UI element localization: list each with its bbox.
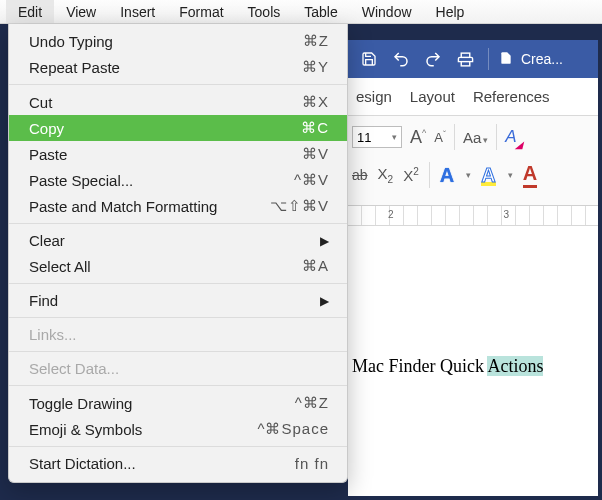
menu-item-shortcut: ⌘Y (302, 58, 329, 76)
menu-item-label: Paste and Match Formatting (29, 198, 217, 215)
text-run: Mac Finder Quick (352, 356, 487, 376)
menu-item-label: Links... (29, 326, 77, 343)
chevron-down-icon: ▾ (392, 132, 397, 142)
menu-item-shortcut: ⌘Z (303, 32, 329, 50)
toolbar-divider (488, 48, 489, 70)
menu-separator (9, 283, 347, 284)
menu-item-copy[interactable]: Copy⌘C (9, 115, 347, 141)
horizontal-ruler: 2 3 (348, 206, 598, 226)
ribbon-tabs: esign Layout References (348, 78, 598, 116)
menu-item-cut[interactable]: Cut⌘X (9, 89, 347, 115)
menu-item-shortcut: ⌘C (301, 119, 329, 137)
menubar-item-window[interactable]: Window (350, 0, 424, 23)
document-page[interactable]: Mac Finder Quick Actions (348, 226, 598, 496)
menubar-item-insert[interactable]: Insert (108, 0, 167, 23)
text-selection: Actions (487, 356, 543, 376)
menu-item-shortcut: ⌘V (302, 145, 329, 163)
menu-item-paste-special[interactable]: Paste Special...^⌘V (9, 167, 347, 193)
menu-item-label: Cut (29, 94, 52, 111)
subscript-button[interactable]: X2 (378, 165, 394, 185)
menu-item-label: Emoji & Symbols (29, 421, 142, 438)
menu-item-shortcut: ^⌘V (294, 171, 329, 189)
save-icon[interactable] (356, 46, 382, 72)
menu-separator (9, 84, 347, 85)
menu-separator (9, 385, 347, 386)
menubar-item-help[interactable]: Help (424, 0, 477, 23)
menubar-item-view[interactable]: View (54, 0, 108, 23)
menu-item-label: Toggle Drawing (29, 395, 132, 412)
menu-separator (9, 446, 347, 447)
menu-item-shortcut: ⌘X (302, 93, 329, 111)
menu-item-shortcut: ^⌘Z (295, 394, 329, 412)
tab-references[interactable]: References (473, 88, 550, 105)
menu-item-repeat-paste[interactable]: Repeat Paste⌘Y (9, 54, 347, 80)
menu-item-label: Find (29, 292, 58, 309)
menu-item-label: Select Data... (29, 360, 119, 377)
menu-item-label: Paste (29, 146, 67, 163)
font-color-button[interactable]: A (523, 162, 537, 188)
ribbon-separator (429, 162, 430, 188)
menu-separator (9, 223, 347, 224)
menu-separator (9, 317, 347, 318)
menu-item-shortcut: fn fn (295, 455, 329, 472)
highlight-color-button[interactable]: A (481, 164, 495, 187)
undo-icon[interactable] (388, 46, 414, 72)
menu-item-clear[interactable]: Clear▶ (9, 228, 347, 253)
print-icon[interactable] (452, 46, 478, 72)
menu-item-select-all[interactable]: Select All⌘A (9, 253, 347, 279)
document-icon (499, 50, 513, 69)
ruler-mark: 2 (388, 209, 394, 220)
svg-rect-0 (461, 53, 470, 57)
menubar-item-table[interactable]: Table (292, 0, 349, 23)
shrink-font-button[interactable]: Aˇ (434, 129, 446, 145)
strike-abc-button[interactable]: ab (352, 167, 368, 183)
clear-formatting-button[interactable]: A◢ (505, 127, 516, 147)
tab-design[interactable]: esign (356, 88, 392, 105)
menu-item-start-dictation[interactable]: Start Dictation...fn fn (9, 451, 347, 476)
menu-item-links: Links... (9, 322, 347, 347)
quick-access-toolbar: Crea... (348, 40, 598, 78)
mac-menubar: EditViewInsertFormatToolsTableWindowHelp (0, 0, 602, 24)
menu-item-label: Undo Typing (29, 33, 113, 50)
menu-item-paste[interactable]: Paste⌘V (9, 141, 347, 167)
document-text[interactable]: Mac Finder Quick Actions (352, 356, 543, 377)
ruler-ticks (348, 206, 598, 225)
menubar-item-format[interactable]: Format (167, 0, 235, 23)
ruler-mark: 3 (504, 209, 510, 220)
submenu-arrow-icon: ▶ (320, 294, 329, 308)
menu-item-label: Repeat Paste (29, 59, 120, 76)
ribbon-body: 11 ▾ A^ Aˇ Aa▾ A◢ ab X2 X2 A▾ A▾ A (348, 116, 598, 206)
text-effects-button[interactable]: A (440, 164, 454, 187)
menu-item-shortcut: ^⌘Space (257, 420, 329, 438)
menu-item-shortcut: ⌥⇧⌘V (270, 197, 329, 215)
submenu-arrow-icon: ▶ (320, 234, 329, 248)
superscript-button[interactable]: X2 (403, 166, 419, 184)
change-case-button[interactable]: Aa▾ (463, 129, 488, 146)
font-size-select[interactable]: 11 ▾ (352, 126, 402, 148)
font-size-value: 11 (357, 130, 371, 145)
menu-separator (9, 351, 347, 352)
menu-item-label: Paste Special... (29, 172, 133, 189)
menu-item-select-data: Select Data... (9, 356, 347, 381)
svg-rect-1 (461, 61, 470, 65)
menubar-item-tools[interactable]: Tools (236, 0, 293, 23)
menu-item-paste-and-match-formatting[interactable]: Paste and Match Formatting⌥⇧⌘V (9, 193, 347, 219)
tab-layout[interactable]: Layout (410, 88, 455, 105)
menu-item-emoji-symbols[interactable]: Emoji & Symbols^⌘Space (9, 416, 347, 442)
menu-item-find[interactable]: Find▶ (9, 288, 347, 313)
menu-item-label: Start Dictation... (29, 455, 136, 472)
menu-item-shortcut: ⌘A (302, 257, 329, 275)
menu-item-toggle-drawing[interactable]: Toggle Drawing^⌘Z (9, 390, 347, 416)
menu-item-label: Clear (29, 232, 65, 249)
menu-item-label: Copy (29, 120, 64, 137)
menubar-item-edit[interactable]: Edit (6, 0, 54, 23)
edit-menu-dropdown: Undo Typing⌘ZRepeat Paste⌘YCut⌘XCopy⌘CPa… (8, 24, 348, 483)
ribbon-separator (454, 124, 455, 150)
menu-item-undo-typing[interactable]: Undo Typing⌘Z (9, 28, 347, 54)
document-title: Crea... (521, 51, 563, 67)
ribbon-separator (496, 124, 497, 150)
redo-icon[interactable] (420, 46, 446, 72)
grow-font-button[interactable]: A^ (410, 127, 426, 148)
menu-item-label: Select All (29, 258, 91, 275)
